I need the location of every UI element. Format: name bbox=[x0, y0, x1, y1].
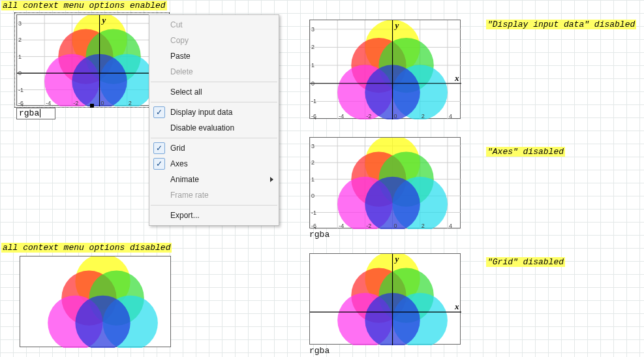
svg-text:x: x bbox=[454, 302, 459, 311]
svg-text:2: 2 bbox=[311, 44, 314, 50]
svg-text:y: y bbox=[394, 20, 399, 30]
context-menu: Cut Copy Paste Delete Select all ✓ Displ… bbox=[149, 14, 279, 226]
check-icon: ✓ bbox=[153, 142, 165, 154]
svg-text:0: 0 bbox=[18, 70, 22, 76]
svg-text:-4: -4 bbox=[339, 223, 344, 229]
svg-text:2: 2 bbox=[422, 113, 425, 119]
svg-text:-2: -2 bbox=[366, 223, 371, 229]
ctx-export[interactable]: Export... bbox=[149, 208, 279, 223]
svg-text:0: 0 bbox=[311, 193, 314, 199]
ctx-sep-3 bbox=[151, 138, 277, 138]
svg-text:0: 0 bbox=[311, 80, 314, 87]
plot-all-options-disabled[interactable] bbox=[20, 256, 171, 347]
ctx-disable-evaluation[interactable]: Disable evaluation bbox=[149, 120, 279, 136]
svg-text:2: 2 bbox=[18, 37, 22, 43]
ctx-select-all[interactable]: Select all bbox=[149, 84, 279, 100]
svg-text:-2: -2 bbox=[18, 103, 23, 106]
check-icon: ✓ bbox=[153, 158, 165, 170]
ctx-cut[interactable]: Cut bbox=[149, 17, 279, 33]
plot-input-field[interactable]: rgba bbox=[16, 108, 55, 119]
selection-handle-bottom[interactable] bbox=[90, 104, 94, 108]
svg-text:2: 2 bbox=[422, 223, 425, 229]
svg-text:-4: -4 bbox=[339, 113, 344, 119]
svg-text:-1: -1 bbox=[311, 98, 316, 104]
plot-canvas-4: -6-4-2024-2-10123 bbox=[310, 138, 461, 229]
ctx-sep-2 bbox=[151, 102, 277, 102]
svg-text:4: 4 bbox=[449, 113, 452, 119]
svg-text:-1: -1 bbox=[18, 87, 23, 93]
svg-text:0: 0 bbox=[394, 113, 397, 119]
svg-text:x: x bbox=[454, 73, 459, 83]
annotation-top-left: all context menu options enabled bbox=[1, 1, 167, 10]
ctx-sep-1 bbox=[151, 82, 277, 82]
svg-text:1: 1 bbox=[311, 62, 314, 69]
svg-text:3: 3 bbox=[311, 26, 314, 33]
ctx-display-input-data[interactable]: ✓ Display input data bbox=[149, 104, 279, 120]
ctx-paste[interactable]: Paste bbox=[149, 48, 279, 64]
annotation-right-2: "Axes" disabled bbox=[486, 147, 565, 157]
svg-text:0: 0 bbox=[394, 223, 397, 229]
ctx-frame-rate[interactable]: Frame rate bbox=[149, 187, 279, 203]
svg-text:-2: -2 bbox=[311, 116, 316, 119]
svg-text:1: 1 bbox=[311, 176, 314, 183]
plot-canvas-2 bbox=[20, 256, 172, 348]
text-caret bbox=[40, 109, 40, 117]
svg-text:3: 3 bbox=[311, 143, 314, 149]
ctx-animate[interactable]: Animate bbox=[149, 172, 279, 187]
svg-text:4: 4 bbox=[449, 223, 452, 229]
ctx-sep-4 bbox=[151, 205, 277, 206]
plot-canvas-3: xy-6-4-2024-2-10123 bbox=[310, 20, 461, 119]
plot-axes-disabled[interactable]: -6-4-2024-2-10123 bbox=[309, 137, 461, 228]
svg-text:2: 2 bbox=[311, 159, 314, 166]
svg-text:y: y bbox=[101, 15, 106, 25]
svg-text:-2: -2 bbox=[73, 100, 78, 106]
plot-5-label: rgba bbox=[309, 346, 330, 356]
ctx-axes[interactable]: ✓ Axes bbox=[149, 156, 279, 172]
ctx-copy[interactable]: Copy bbox=[149, 33, 279, 48]
plot-all-options-enabled[interactable]: xy-6-4-2024-2-10123 bbox=[16, 14, 168, 106]
submenu-arrow-icon bbox=[270, 177, 273, 182]
svg-text:1: 1 bbox=[18, 54, 22, 60]
ctx-delete[interactable]: Delete bbox=[149, 64, 279, 80]
plot-grid-disabled[interactable]: xy bbox=[309, 253, 461, 345]
annotation-right-1: "Display input data" disabled bbox=[486, 20, 636, 29]
plot-canvas-1: xy-6-4-2024-2-10123 bbox=[17, 15, 168, 106]
plot-input-value: rgba bbox=[19, 108, 39, 118]
plot-display-input-disabled[interactable]: xy-6-4-2024-2-10123 bbox=[309, 20, 461, 119]
svg-text:-2: -2 bbox=[366, 113, 371, 119]
svg-text:0: 0 bbox=[101, 100, 104, 106]
svg-text:-4: -4 bbox=[46, 100, 51, 106]
annotation-right-3: "Grid" disabled bbox=[486, 257, 565, 267]
svg-text:3: 3 bbox=[18, 20, 22, 27]
plot-canvas-5: xy bbox=[310, 254, 461, 345]
ctx-grid[interactable]: ✓ Grid bbox=[149, 140, 279, 156]
svg-text:-2: -2 bbox=[311, 226, 316, 229]
plot-4-label: rgba bbox=[309, 230, 330, 240]
annotation-bottom-left: all context menu options disabled bbox=[1, 243, 172, 253]
svg-text:-1: -1 bbox=[311, 210, 316, 216]
svg-text:2: 2 bbox=[129, 100, 132, 106]
svg-text:y: y bbox=[394, 254, 399, 264]
check-icon: ✓ bbox=[153, 106, 165, 118]
